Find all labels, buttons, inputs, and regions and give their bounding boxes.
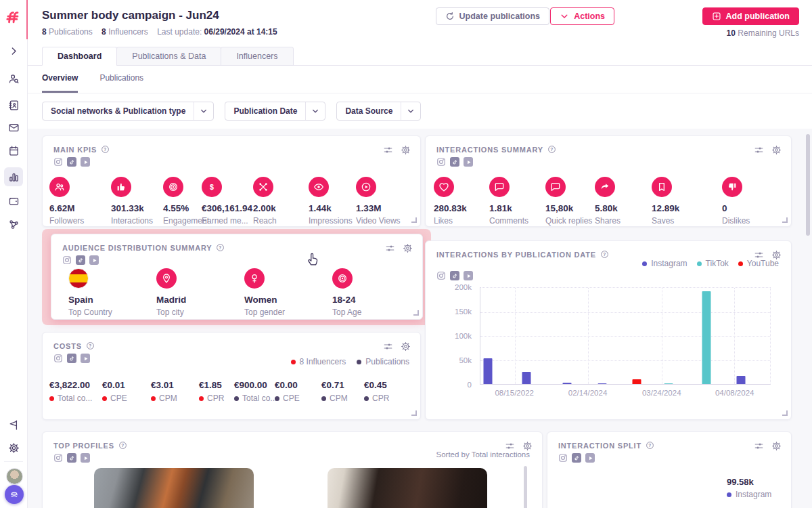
gear-icon[interactable] xyxy=(403,243,413,253)
help-icon[interactable] xyxy=(216,243,225,252)
y-tick-label: 50k xyxy=(459,356,472,364)
resize-handle[interactable] xyxy=(782,217,788,223)
refresh-icon xyxy=(445,12,455,21)
tiktok-icon[interactable] xyxy=(572,453,581,463)
sliders-icon[interactable] xyxy=(383,341,393,352)
youtube-icon[interactable] xyxy=(81,354,90,363)
tiktok-icon[interactable] xyxy=(67,157,76,167)
chevron-down-icon xyxy=(560,12,569,21)
filter-data-source[interactable]: Data Source xyxy=(336,102,421,121)
instagram-icon[interactable] xyxy=(558,453,568,463)
sidebar-announcements-icon[interactable] xyxy=(4,415,23,434)
help-icon[interactable] xyxy=(600,250,609,259)
sidebar-mail-icon[interactable] xyxy=(4,118,23,137)
tiktok-icon[interactable] xyxy=(67,453,76,463)
sidebar-calendar-icon[interactable] xyxy=(4,141,23,160)
kpi-top-gender: WomenTop gender xyxy=(244,268,285,317)
help-icon[interactable] xyxy=(86,341,95,350)
sliders-icon[interactable] xyxy=(383,145,393,155)
card-scrollbar[interactable] xyxy=(524,466,527,508)
tab-influencers[interactable]: Influencers xyxy=(221,47,293,66)
youtube-icon[interactable] xyxy=(585,453,595,463)
gear-icon[interactable] xyxy=(771,145,782,155)
gear-icon[interactable] xyxy=(401,145,411,155)
publications-count-label: Publications xyxy=(49,27,93,37)
sidebar-expand-icon[interactable] xyxy=(4,41,23,60)
sidebar-integrations-icon[interactable] xyxy=(4,215,23,234)
user-avatar[interactable] xyxy=(6,468,23,485)
youtube-icon[interactable] xyxy=(81,157,90,167)
profile-photo[interactable] xyxy=(94,468,254,508)
sliders-icon[interactable] xyxy=(754,441,764,451)
sidebar-influencer-search-icon[interactable] xyxy=(4,69,23,88)
sidebar-reports-icon[interactable] xyxy=(4,167,23,186)
tiktok-icon[interactable] xyxy=(67,354,76,363)
sidebar-contacts-icon[interactable] xyxy=(4,96,23,114)
chart-bar-tiktok[interactable] xyxy=(702,291,710,384)
help-icon[interactable] xyxy=(646,441,654,450)
subtab-overview[interactable]: Overview xyxy=(42,73,78,93)
chart-bar-youtube[interactable] xyxy=(633,379,641,384)
instagram-icon[interactable] xyxy=(62,255,72,265)
chart-bar-instagram[interactable] xyxy=(737,376,746,384)
chart-legend-item[interactable]: YouTube xyxy=(738,259,779,268)
youtube-icon[interactable] xyxy=(81,453,90,463)
chart-bar-tiktok[interactable] xyxy=(664,383,673,385)
tab-publications-data[interactable]: Publications & Data xyxy=(116,47,221,66)
chart-bar-instagram[interactable] xyxy=(563,383,572,384)
share-icon xyxy=(595,177,615,197)
resize-handle[interactable] xyxy=(411,410,417,416)
interactions-by-date-card: INTERACTIONS BY PUBLICATION DATE Instagr… xyxy=(425,240,792,420)
chart-legend-item[interactable]: TikTok xyxy=(697,259,729,268)
chat-widget-button[interactable] xyxy=(5,485,24,504)
gear-icon[interactable] xyxy=(771,441,782,451)
gear-icon[interactable] xyxy=(401,341,411,352)
kpi-earned-media: €306,161.94Earned me... xyxy=(202,177,252,226)
filter-social-networks[interactable]: Social networks & Publication type xyxy=(42,102,214,121)
instagram-icon[interactable] xyxy=(53,354,63,363)
chart-legend-item[interactable]: Instagram xyxy=(642,259,687,268)
youtube-icon[interactable] xyxy=(464,157,473,167)
actions-button[interactable]: Actions xyxy=(550,7,614,25)
resize-handle[interactable] xyxy=(411,217,417,223)
target-icon xyxy=(332,268,353,289)
sliders-icon[interactable] xyxy=(754,145,764,155)
tiktok-icon[interactable] xyxy=(450,271,459,280)
profile-photo[interactable] xyxy=(328,468,487,508)
sidebar-wallet-icon[interactable] xyxy=(4,191,23,210)
instagram-icon[interactable] xyxy=(436,271,446,280)
app-logo[interactable] xyxy=(5,9,22,30)
instagram-icon[interactable] xyxy=(53,157,63,167)
chart-bar-instagram[interactable] xyxy=(522,372,531,384)
subtab-publications[interactable]: Publications xyxy=(99,73,143,93)
filter-publication-date[interactable]: Publication Date xyxy=(225,102,325,121)
tab-dashboard[interactable]: Dashboard xyxy=(42,47,117,66)
tiktok-icon[interactable] xyxy=(450,157,459,167)
youtube-icon[interactable] xyxy=(89,255,99,265)
instagram-icon[interactable] xyxy=(53,453,63,463)
instagram-icon[interactable] xyxy=(436,157,446,167)
chart-bar-instagram[interactable] xyxy=(483,358,492,384)
resize-handle[interactable] xyxy=(782,410,788,416)
page-scrollbar[interactable] xyxy=(806,134,810,236)
costs-card: COSTS 8 Influencers Publications €3,822.… xyxy=(42,332,421,420)
gear-icon[interactable] xyxy=(522,441,533,451)
update-publications-button[interactable]: Update publications xyxy=(436,7,549,25)
sliders-icon[interactable] xyxy=(505,441,515,451)
chart-bar-instagram[interactable] xyxy=(597,383,606,385)
kpi-impressions: 1.44kImpressions xyxy=(309,177,353,226)
resize-handle[interactable] xyxy=(413,310,419,316)
card-title: INTERACTIONS SUMMARY xyxy=(436,145,556,154)
help-icon[interactable] xyxy=(118,441,127,450)
sliders-icon[interactable] xyxy=(385,243,395,253)
youtube-icon[interactable] xyxy=(464,271,473,280)
header: Summer body campaign - Jun24 8 Publicati… xyxy=(27,0,812,129)
tiktok-icon[interactable] xyxy=(76,255,85,265)
help-icon[interactable] xyxy=(101,145,110,154)
target-icon xyxy=(163,177,183,197)
help-icon[interactable] xyxy=(547,145,556,154)
add-publication-button[interactable]: Add publication xyxy=(702,7,799,25)
x-tick-label: 04/08/2024 xyxy=(715,389,754,397)
split-legend: 99.58k Instagram xyxy=(727,477,771,499)
sidebar-settings-icon[interactable] xyxy=(4,438,23,457)
